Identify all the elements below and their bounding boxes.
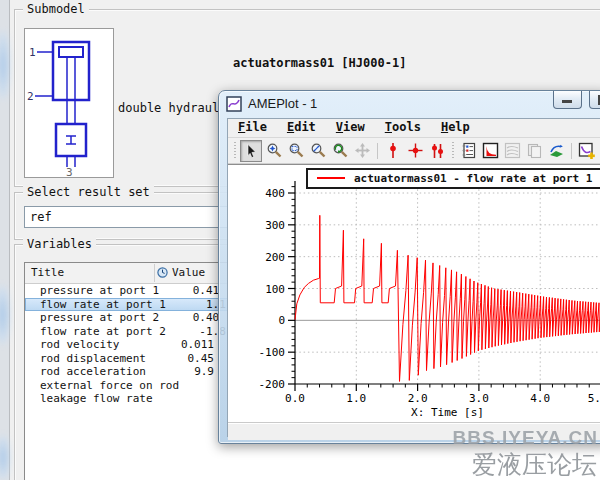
variable-title: flow rate at port 2 (25, 325, 166, 339)
window-content: FileEditViewToolsHelp (227, 118, 600, 437)
variables-group-label: Variables (23, 237, 96, 251)
ameplot-app-icon (226, 96, 242, 112)
menu-tools[interactable]: Tools (375, 119, 431, 137)
ameplot-window: AMEPlot - 1 FileEditViewToolsHelp (218, 90, 600, 444)
window-edge-strip (0, 0, 10, 480)
x-tick-label: 0.0 (285, 392, 305, 405)
clock-icon (157, 267, 168, 278)
zoom-window-button[interactable] (286, 141, 306, 161)
y-tick-label: 300 (265, 219, 285, 232)
variable-value: -1.8 (166, 325, 226, 339)
toolbar-separator (377, 143, 378, 159)
new-plot-button[interactable] (577, 141, 597, 161)
variable-list-button[interactable] (458, 141, 478, 161)
x-tick-label: 2.0 (408, 392, 428, 405)
variable-title: external force on rod (25, 379, 179, 393)
variable-title: pressure at port 2 (25, 311, 159, 325)
window-title: AMEPlot - 1 (248, 96, 317, 111)
curves-icon (504, 142, 521, 159)
variable-value: 0.45 (154, 352, 214, 366)
y-tick-label: 200 (265, 251, 285, 264)
title-bar[interactable]: AMEPlot - 1 (219, 91, 600, 118)
plot-manager-icon (482, 142, 499, 159)
submodel-group-label: Submodel (23, 2, 89, 16)
menu-bar: FileEditViewToolsHelp (228, 119, 600, 138)
zoom-window-icon (288, 142, 305, 159)
column-separator[interactable] (154, 264, 155, 282)
zoom-dynamic-icon (266, 142, 283, 159)
cursor-marker-icon (385, 142, 401, 159)
3d-view-icon (548, 142, 565, 159)
copy-button[interactable] (524, 141, 544, 161)
port-1-label: 1 (29, 46, 36, 59)
variable-value: 1.1 (166, 298, 226, 312)
y-tick-label: -100 (259, 346, 286, 359)
menu-view[interactable]: View (326, 119, 375, 137)
menu-file[interactable]: File (228, 119, 277, 137)
menu-edit[interactable]: Edit (277, 119, 326, 137)
plot-manager-button[interactable] (480, 141, 500, 161)
pan-icon (354, 142, 371, 159)
pointer-tool-button[interactable] (240, 140, 262, 162)
column-header-value[interactable]: Value (172, 266, 205, 279)
variable-value (154, 392, 214, 406)
window-buttons (553, 91, 600, 109)
variable-title: pressure at port 1 (25, 284, 159, 298)
variable-value: 0.40 (159, 311, 219, 325)
mass-symbol (66, 136, 76, 144)
variable-title: rod displacement (25, 352, 154, 366)
flow-rate-curve (295, 215, 600, 381)
toolbar-grip[interactable] (451, 142, 454, 160)
watermark-smudge (0, 30, 10, 100)
submodel-image: 1 2 3 (24, 28, 114, 178)
watermark-smudge (0, 285, 10, 345)
crosshair-marker-button[interactable] (405, 141, 425, 161)
minimize-button[interactable] (553, 91, 582, 109)
screen: Submodel 1 2 3 double hydraulic (0, 0, 600, 480)
submodel-description: double hydraulic cl (118, 101, 218, 115)
toolbar (228, 138, 600, 164)
chart-legend[interactable]: actuatormass01 - flow rate at port 1 [L/… (306, 168, 600, 189)
result-set-group-label: Select result set (23, 185, 154, 199)
watermark-smudge (0, 435, 10, 480)
y-tick-label: 400 (265, 187, 285, 200)
x-tick-label: 1.0 (346, 392, 366, 405)
y-tick-label: 100 (265, 283, 285, 296)
new-plot-icon (578, 142, 596, 160)
x-axis-title: X: Time [s] (411, 406, 484, 419)
submodel-title: actuatormass01 [HJ000-1] (233, 56, 406, 70)
minimize-icon (562, 100, 572, 103)
two-cursors-button[interactable] (427, 141, 447, 161)
variable-title: rod acceleration (25, 365, 154, 379)
legend-line-sample (317, 177, 345, 179)
3d-view-button[interactable] (546, 141, 566, 161)
maximize-button[interactable] (589, 91, 600, 109)
chart-svg: -200-10001002003004000.01.02.03.04.05.X:… (228, 165, 600, 422)
menu-help[interactable]: Help (431, 119, 480, 137)
two-cursors-icon (429, 142, 446, 159)
column-header-title[interactable]: Title (31, 266, 64, 279)
watermark-forum-name: 爱液压论坛 (472, 448, 597, 480)
zoom-dynamic-button[interactable] (264, 141, 284, 161)
pan-button[interactable] (352, 141, 372, 161)
zoom-out-button[interactable] (308, 141, 328, 161)
variable-value: 9.9 (154, 365, 214, 379)
variable-title: flow rate at port 1 (25, 298, 166, 312)
plot-canvas[interactable]: -200-10001002003004000.01.02.03.04.05.X:… (228, 164, 600, 422)
x-tick-label: 3.0 (469, 392, 489, 405)
y-tick-label: -200 (259, 378, 286, 391)
curves-button[interactable] (502, 141, 522, 161)
variable-value: 0.011 (154, 338, 214, 352)
cursor-marker-button[interactable] (383, 141, 403, 161)
copy-icon (526, 142, 543, 159)
variable-list-icon (460, 142, 477, 159)
zoom-previous-button[interactable] (330, 141, 350, 161)
crosshair-marker-icon (407, 142, 424, 159)
toolbar-grip[interactable] (233, 142, 236, 160)
toolbar-separator (571, 143, 572, 159)
watermark-url: BBS.IYEYA.CN (453, 427, 598, 449)
port-2-label: 2 (27, 90, 34, 103)
x-tick-label: 4.0 (530, 392, 550, 405)
y-tick-label: 0 (278, 314, 285, 327)
port-3-label: 3 (66, 166, 73, 177)
